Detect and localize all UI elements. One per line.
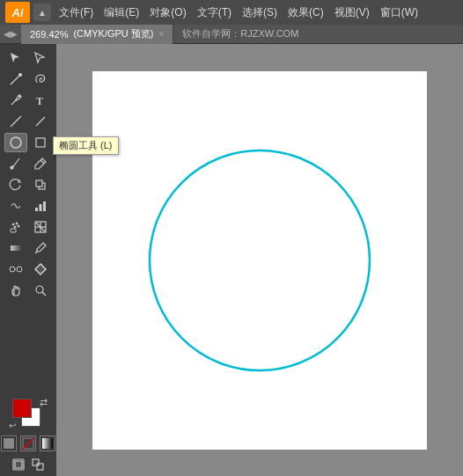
svg-point-3: [18, 95, 20, 97]
pen-tool[interactable]: [4, 91, 27, 110]
rotate-tool[interactable]: [4, 175, 27, 194]
canvas-area[interactable]: [56, 44, 463, 476]
svg-point-2: [19, 74, 22, 77]
svg-rect-38: [37, 464, 43, 470]
direct-select-tool[interactable]: [29, 48, 52, 68]
tool-row-10: [0, 238, 56, 259]
svg-rect-14: [43, 201, 46, 211]
lasso-tool[interactable]: [29, 70, 52, 89]
type-tool[interactable]: T: [29, 91, 52, 110]
svg-point-17: [14, 226, 16, 228]
blend-tool[interactable]: [4, 260, 27, 279]
tool-bottom: ⇄ ↩: [0, 395, 56, 472]
fill-color-swatch[interactable]: [12, 399, 32, 418]
paintbrush-tool[interactable]: [4, 154, 27, 173]
ellipse-tool[interactable]: [4, 133, 27, 152]
tool-row-4: [0, 111, 56, 132]
svg-line-9: [40, 160, 44, 164]
svg-point-16: [16, 223, 18, 224]
column-graph-tool[interactable]: [29, 196, 52, 216]
svg-rect-34: [42, 438, 53, 449]
svg-line-30: [42, 292, 46, 296]
reset-colors-button[interactable]: ↩: [9, 421, 16, 430]
selection-tool[interactable]: [4, 48, 27, 68]
canvas-svg: [136, 137, 383, 384]
svg-rect-31: [4, 438, 14, 449]
menu-bar: 文件(F) 编辑(E) 对象(O) 文字(T) 选择(S) 效果(C) 视图(V…: [55, 0, 458, 25]
svg-point-29: [36, 286, 43, 293]
tab-bar: ◀▶ 269.42% (CMYK/GPU 预览) × 软件自学网：RJZXW.C…: [0, 25, 463, 44]
tool-row-8: [0, 195, 56, 216]
gradient-tool[interactable]: [4, 238, 27, 258]
active-tab[interactable]: 269.42% (CMYK/GPU 预览) ×: [21, 25, 173, 44]
tab-zoom: 269.42%: [30, 29, 68, 40]
canvas-document: [92, 71, 427, 450]
tooltip: 椭圆工具 (L): [53, 136, 119, 155]
line-tool[interactable]: [4, 112, 27, 131]
symbol-spray-tool[interactable]: [4, 217, 27, 237]
tab-colormode: (CMYK/GPU 预览): [73, 27, 153, 40]
tool-row-1: [0, 48, 56, 69]
arrange-windows-button[interactable]: [30, 457, 46, 472]
svg-line-33: [23, 438, 33, 449]
svg-point-27: [17, 267, 22, 272]
svg-rect-7: [36, 138, 45, 147]
svg-rect-19: [11, 229, 16, 232]
svg-rect-13: [40, 204, 42, 211]
swap-colors-button[interactable]: ⇄: [40, 397, 48, 408]
svg-point-39: [150, 150, 370, 370]
svg-rect-12: [35, 208, 38, 211]
rect-tool[interactable]: [29, 133, 52, 152]
zoom-tool[interactable]: [29, 281, 52, 300]
menu-view[interactable]: 视图(V): [330, 4, 374, 22]
tool-row-3: T: [0, 90, 56, 111]
tab-scroll-arrows[interactable]: ◀▶: [0, 29, 21, 39]
pencil-tool[interactable]: [29, 154, 52, 173]
menu-object[interactable]: 对象(O): [145, 4, 190, 22]
ai-logo: Ai: [5, 2, 30, 23]
eyedropper-tool[interactable]: [29, 238, 52, 258]
change-screen-mode-button[interactable]: [11, 457, 26, 472]
warp-tool[interactable]: [4, 196, 27, 216]
nav-icon[interactable]: ▲: [33, 4, 51, 21]
tool-row-2: [0, 69, 56, 90]
menu-file[interactable]: 文件(F): [55, 4, 98, 22]
toolbar: T: [0, 44, 56, 476]
svg-text:T: T: [36, 95, 43, 107]
hand-tool[interactable]: [4, 281, 27, 300]
menu-edit[interactable]: 编辑(E): [99, 4, 143, 22]
tool-row-hand-zoom: [0, 280, 56, 301]
bottom-controls: [7, 457, 49, 472]
svg-rect-36: [15, 461, 22, 468]
svg-point-8: [11, 166, 13, 169]
menu-select[interactable]: 选择(S): [238, 4, 282, 22]
tool-row-6: [0, 153, 56, 174]
menu-window[interactable]: 窗口(W): [376, 4, 423, 22]
svg-line-0: [11, 77, 18, 84]
live-paint-tool[interactable]: [29, 260, 52, 279]
tab-close-button[interactable]: ×: [159, 29, 165, 39]
main-area: T: [0, 44, 463, 476]
svg-point-15: [12, 223, 14, 225]
solid-color-button[interactable]: [1, 436, 17, 451]
gradient-color-button[interactable]: [40, 436, 55, 451]
tab-website: 软件自学网：RJZXW.COM: [173, 27, 307, 40]
title-bar: Ai ▲ 文件(F) 编辑(E) 对象(O) 文字(T) 选择(S) 效果(C)…: [0, 0, 463, 25]
svg-rect-24: [11, 245, 21, 251]
menu-effect[interactable]: 效果(C): [283, 4, 328, 22]
svg-rect-11: [36, 180, 42, 187]
svg-point-18: [18, 225, 19, 227]
svg-point-26: [10, 267, 15, 272]
tool-row-9: [0, 216, 56, 238]
magic-wand-tool[interactable]: [4, 70, 27, 89]
scale-tool[interactable]: [29, 175, 52, 194]
arc-tool[interactable]: [29, 112, 52, 131]
tool-row-11: [0, 259, 56, 280]
tool-row-5: [0, 132, 56, 153]
none-color-button[interactable]: [20, 436, 36, 451]
svg-line-5: [11, 116, 21, 127]
color-mode-row: [0, 436, 59, 451]
slice-tool[interactable]: [29, 217, 52, 237]
tool-row-7: [0, 174, 56, 195]
menu-text[interactable]: 文字(T): [193, 4, 236, 22]
